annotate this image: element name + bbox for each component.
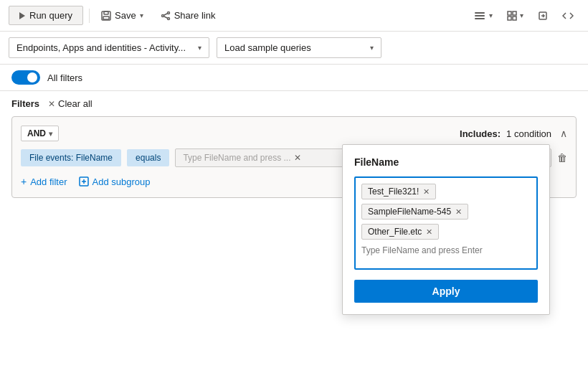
share-link-button[interactable]: Share link: [155, 6, 222, 24]
svg-rect-8: [508, 11, 511, 15]
svg-point-4: [161, 14, 163, 16]
filters-label: Filters: [11, 98, 39, 109]
and-label: AND: [27, 128, 46, 138]
source-dropdown[interactable]: Endpoints, Apps and identities - Activit…: [9, 37, 209, 58]
tag-item: Test_File321! ✕: [361, 184, 436, 199]
run-query-label: Run query: [29, 10, 72, 21]
clear-all-label: Clear all: [58, 98, 93, 109]
tag-label-1: SampleFileName-545: [368, 207, 451, 217]
code-button[interactable]: [556, 7, 579, 24]
list-chevron: ▾: [489, 11, 493, 19]
includes-label: Includes:: [460, 128, 501, 139]
filters-bar: Filters ✕ Clear all: [0, 91, 588, 116]
source-dropdown-label: Endpoints, Apps and identities - Activit…: [16, 42, 186, 53]
tag-close-2[interactable]: ✕: [426, 227, 432, 237]
and-operator-badge[interactable]: AND ▾: [21, 126, 59, 141]
save-label: Save: [115, 10, 136, 21]
run-query-button[interactable]: Run query: [9, 6, 83, 25]
svg-point-5: [167, 17, 169, 19]
filter-operator-chip[interactable]: equals: [127, 149, 169, 166]
tag-label-0: Test_File321!: [368, 187, 419, 197]
svg-rect-2: [103, 16, 109, 19]
add-filter-plus-icon: +: [21, 176, 27, 187]
filter-group: AND ▾ Includes: 1 condition ∧ File event…: [11, 116, 577, 198]
code-icon: [562, 10, 574, 22]
toolbar: Run query Save ▾ Share link ▾: [0, 0, 588, 32]
export-icon: [538, 11, 548, 21]
tag-close-1[interactable]: ✕: [455, 207, 462, 217]
save-chevron: ▾: [140, 11, 143, 19]
add-subgroup-button[interactable]: Add subgroup: [79, 175, 151, 189]
grid-view-button[interactable]: ▾: [501, 8, 529, 24]
filter-value-placeholder: Type FileName and press ...: [183, 153, 290, 163]
query-chevron-icon: ▾: [370, 44, 374, 52]
toolbar-right-actions: ▾ ▾: [468, 7, 579, 24]
grid-icon: [507, 11, 517, 21]
chevron-up-icon: ∧: [560, 128, 567, 139]
svg-line-7: [163, 16, 167, 17]
filter-field-label: File events: FileName: [29, 153, 113, 163]
svg-line-6: [163, 13, 167, 14]
all-filters-label: All filters: [47, 72, 82, 83]
svg-point-3: [167, 11, 169, 14]
and-chevron-icon: ▾: [49, 130, 52, 138]
clear-all-x-icon: ✕: [48, 99, 55, 109]
add-subgroup-label: Add subgroup: [93, 176, 151, 187]
save-button[interactable]: Save ▾: [95, 6, 149, 24]
query-dropdown-label: Load sample queries: [224, 42, 311, 53]
filter-operator-label: equals: [136, 153, 161, 163]
filter-value-close-icon[interactable]: ✕: [294, 154, 301, 162]
dropdowns-row: Endpoints, Apps and identities - Activit…: [0, 32, 588, 65]
svg-rect-11: [513, 16, 516, 20]
toggle-track: [11, 70, 40, 85]
filter-field-chip[interactable]: File events: FileName: [21, 149, 121, 166]
tag-item: SampleFileName-545 ✕: [361, 204, 468, 220]
grid-chevron: ▾: [520, 11, 523, 19]
svg-rect-9: [513, 11, 516, 15]
tag-text-input[interactable]: [361, 244, 531, 257]
apply-label: Apply: [432, 286, 460, 297]
filter-delete-icon[interactable]: 🗑: [557, 152, 567, 164]
share-link-label: Share link: [174, 10, 216, 21]
play-icon: [19, 12, 25, 19]
tags-input-area[interactable]: Test_File321! ✕ SampleFileName-545 ✕ Oth…: [354, 176, 538, 270]
toolbar-separator: [89, 9, 90, 23]
filter-group-header: AND ▾ Includes: 1 condition ∧: [21, 126, 567, 141]
filename-popup: FileName Test_File321! ✕ SampleFileName-…: [342, 144, 550, 315]
list-icon: [473, 11, 486, 21]
popup-title: FileName: [354, 156, 538, 168]
svg-rect-1: [104, 11, 108, 14]
condition-count: 1 condition: [506, 128, 551, 139]
includes-text: Includes: 1 condition ∧: [460, 128, 567, 139]
add-subgroup-icon: [79, 176, 89, 187]
list-view-button[interactable]: ▾: [468, 8, 498, 24]
svg-rect-10: [508, 16, 511, 20]
filters-toggle-row: All filters: [0, 65, 588, 91]
source-chevron-icon: ▾: [198, 44, 201, 52]
add-filter-button[interactable]: + Add filter: [21, 174, 67, 189]
all-filters-toggle[interactable]: [11, 70, 40, 85]
tag-label-2: Other_File.etc: [368, 227, 422, 237]
tag-close-0[interactable]: ✕: [423, 187, 430, 197]
collapse-filter-button[interactable]: ∧: [560, 128, 567, 139]
save-icon: [101, 11, 111, 21]
share-icon: [161, 11, 171, 21]
add-filter-label: Add filter: [30, 176, 67, 187]
toggle-thumb: [27, 72, 37, 82]
apply-button[interactable]: Apply: [354, 280, 538, 303]
export-button[interactable]: [532, 8, 554, 24]
tag-item: Other_File.etc ✕: [361, 224, 439, 240]
query-dropdown[interactable]: Load sample queries ▾: [217, 37, 381, 58]
clear-all-button[interactable]: ✕ Clear all: [45, 97, 95, 110]
